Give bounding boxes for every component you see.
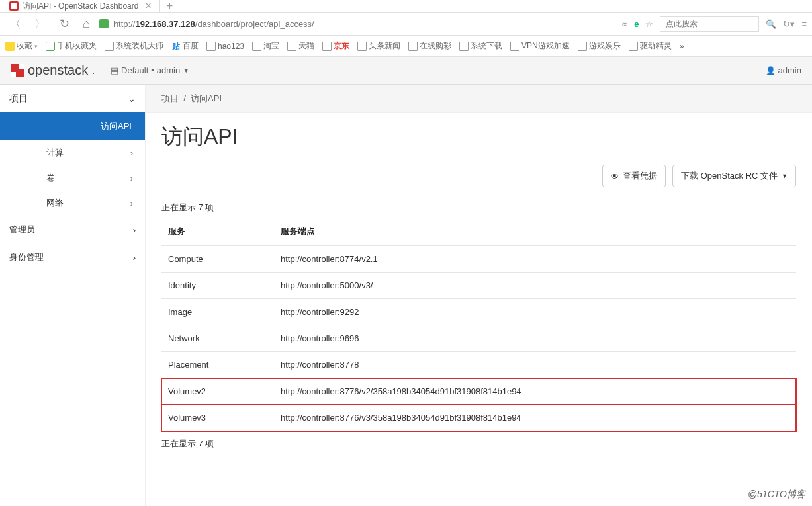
reload-button[interactable]: ↻ (56, 15, 73, 32)
menu-icon[interactable]: ≡ (801, 19, 807, 29)
bookmark-item[interactable]: VPN游戏加速 (508, 38, 572, 54)
bookmark-item[interactable]: 天猫 (285, 38, 317, 54)
table-row: Computehttp://controller:8774/v2.1 (161, 246, 796, 273)
table-row: Volumev2http://controller:8776/v2/358a19… (161, 378, 796, 405)
page-title: 访问API (146, 113, 812, 165)
cell-endpoint: http://controller:8776/v3/358a198b34054d… (274, 405, 796, 431)
url-field[interactable]: http://192.168.37.128/dashboard/project/… (99, 15, 616, 32)
page-icon (252, 42, 261, 51)
chevron-right-icon: › (133, 225, 136, 235)
mobile-icon (46, 42, 55, 51)
new-tab-button[interactable]: + (160, 0, 179, 12)
refresh-dropdown-icon[interactable]: ↻▾ (783, 19, 795, 29)
bookmark-item[interactable]: 在线购彩 (406, 38, 454, 54)
bookmark-fav[interactable]: 收藏▾ (3, 38, 40, 54)
bookmark-item[interactable]: 淘宝 (249, 38, 282, 54)
sidebar-group-project[interactable]: 项目 ⌄ (0, 85, 145, 112)
page-icon (459, 42, 469, 51)
chevron-right-icon: › (130, 148, 133, 158)
bookmark-item[interactable]: hao123 (204, 40, 247, 53)
compat-icon[interactable]: e (634, 19, 639, 29)
cell-endpoint: http://controller:8778 (274, 352, 796, 378)
openstack-topbar: openstack. ▤ Default • admin ▼ admin (0, 57, 812, 85)
fav-icon[interactable]: ☆ (645, 19, 653, 29)
chevron-right-icon: › (130, 173, 133, 183)
page-icon (206, 42, 216, 51)
project-icon: ▤ (111, 65, 118, 75)
sidebar-item-network[interactable]: 网络 › (0, 190, 145, 216)
shield-icon (99, 19, 109, 28)
sidebar-item-volume[interactable]: 卷 › (0, 165, 145, 190)
bookmark-item[interactable]: 贴百度 (169, 38, 201, 54)
download-rc-button[interactable]: 下载 OpenStack RC 文件 ▼ (672, 165, 796, 187)
brand-logo[interactable]: openstack. (11, 63, 95, 78)
sidebar-item-api-access[interactable]: 访问API (0, 112, 145, 140)
th-service: 服务 (161, 218, 274, 246)
page-icon (287, 42, 296, 51)
bookmark-item[interactable]: 游戏娱乐 (575, 38, 623, 54)
bookmark-item[interactable]: 京东 (320, 38, 352, 54)
cell-service: Compute (161, 246, 274, 273)
cell-endpoint: http://controller:9292 (274, 299, 796, 325)
chevron-down-icon: ▼ (183, 67, 189, 74)
sidebar: 项目 ⌄ 访问API 计算 › 卷 › 网络 › 管理员 › 身份管理 › (0, 85, 146, 506)
home-button[interactable]: ⌂ (79, 16, 94, 32)
crumb-current: 访问API (191, 93, 222, 103)
main-content: 项目 / 访问API 访问API 查看凭据 下载 OpenStack RC 文件… (146, 85, 812, 506)
addr-right-controls: ∝ e ☆ 🔍 ↻▾ ≡ (621, 16, 807, 32)
address-bar: 〈 〉 ↻ ⌂ http://192.168.37.128/dashboard/… (0, 12, 812, 36)
dashboard-body: 项目 ⌄ 访问API 计算 › 卷 › 网络 › 管理员 › 身份管理 › 项目 (0, 85, 812, 506)
chevron-right-icon: › (130, 198, 133, 208)
cell-service: Volumev3 (161, 405, 274, 431)
table-counter-bottom: 正在显示 7 项 (146, 431, 812, 456)
page-icon (408, 42, 418, 51)
sidebar-item-compute[interactable]: 计算 › (0, 140, 145, 165)
page-icon (105, 42, 114, 51)
bookmark-item[interactable]: 系统装机大师 (102, 38, 166, 54)
page-icon (357, 42, 367, 51)
bookmark-item[interactable]: 系统下载 (457, 38, 505, 54)
user-menu[interactable]: admin (766, 65, 801, 75)
bookmark-mobile[interactable]: 手机收藏夹 (43, 38, 99, 54)
browser-tab[interactable]: 访问API - OpenStack Dashboard × (4, 0, 160, 12)
table-row: Placementhttp://controller:8778 (161, 352, 796, 378)
crumb-project[interactable]: 项目 (161, 93, 179, 103)
search-icon[interactable]: 🔍 (766, 19, 776, 29)
project-selector[interactable]: ▤ Default • admin ▼ (111, 65, 189, 75)
share-icon[interactable]: ∝ (621, 19, 627, 29)
brand-text: openstack (28, 63, 88, 78)
cell-service: Image (161, 299, 274, 325)
page-icon (322, 42, 332, 51)
table-row: Networkhttp://controller:9696 (161, 325, 796, 352)
chevron-down-icon: ▼ (782, 173, 788, 179)
search-input[interactable] (660, 16, 759, 32)
endpoints-table: 服务 服务端点 Computehttp://controller:8774/v2… (161, 218, 796, 431)
browser-tab-bar: 访问API - OpenStack Dashboard × + (0, 0, 812, 12)
bookmark-item[interactable]: 头条新闻 (355, 38, 403, 54)
th-endpoint: 服务端点 (274, 218, 796, 246)
cell-endpoint: http://controller:8774/v2.1 (274, 246, 796, 273)
tab-title: 访问API - OpenStack Dashboard (23, 1, 138, 12)
chevron-right-icon: › (133, 253, 136, 263)
forward-button[interactable]: 〉 (30, 15, 50, 33)
brand-mark-icon (11, 64, 24, 77)
action-bar: 查看凭据 下载 OpenStack RC 文件 ▼ (146, 165, 812, 198)
bookmark-more[interactable]: » (677, 40, 687, 53)
back-button[interactable]: 〈 (5, 15, 25, 33)
bookmark-item[interactable]: 驱动精灵 (626, 38, 674, 54)
table-counter-top: 正在显示 7 项 (146, 198, 812, 218)
sidebar-group-identity[interactable]: 身份管理 › (0, 243, 145, 271)
page-icon (578, 42, 587, 51)
close-icon[interactable]: × (145, 0, 151, 12)
bookmarks-bar: 收藏▾ 手机收藏夹 系统装机大师 贴百度 hao123 淘宝 天猫 京东 头条新… (0, 36, 812, 57)
cell-endpoint: http://controller:8776/v2/358a198b34054d… (274, 378, 796, 405)
baidu-icon: 贴 (171, 42, 181, 51)
view-credentials-button[interactable]: 查看凭据 (602, 165, 666, 187)
sidebar-group-admin[interactable]: 管理员 › (0, 216, 145, 243)
cell-service: Volumev2 (161, 378, 274, 405)
url-text: http://192.168.37.128/dashboard/project/… (114, 19, 314, 29)
page-icon (629, 42, 638, 51)
watermark: @51CTO博客 (748, 489, 805, 501)
cell-service: Network (161, 325, 274, 352)
tab-favicon (9, 1, 19, 11)
